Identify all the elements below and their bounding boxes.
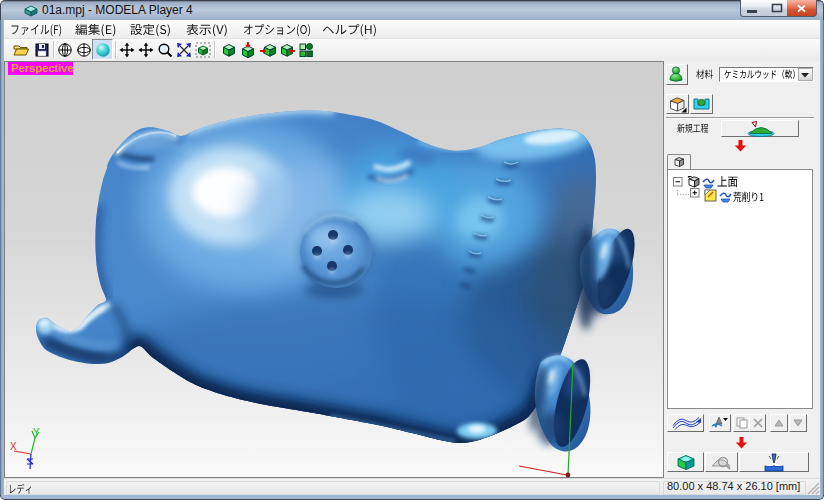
svg-text:Y: Y (33, 427, 40, 438)
svg-text:X: X (10, 441, 17, 452)
